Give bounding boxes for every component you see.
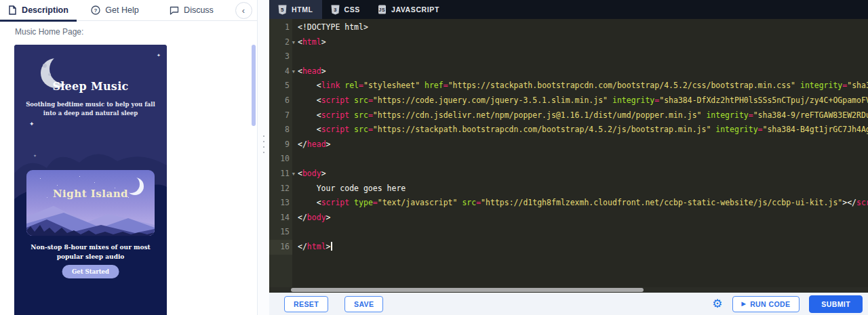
text-cursor — [331, 242, 332, 251]
svg-text:JS: JS — [379, 7, 386, 12]
description-content: Music Home Page: ✦ ✦ ✦ Sleep Music Sooth… — [0, 22, 257, 315]
code-line: 12 Your code goes here — [269, 182, 868, 196]
mountains-graphic — [26, 205, 155, 236]
code-line: 10 — [269, 152, 868, 167]
fold-arrow-icon[interactable]: ▼ — [292, 167, 295, 182]
submit-button[interactable]: SUBMIT — [809, 295, 863, 313]
help-circle-icon: ? — [91, 5, 100, 15]
tab-description-label: Description — [22, 5, 68, 15]
star-sparkle-icon: ✦ — [29, 121, 35, 127]
fold-arrow-icon[interactable]: ▼ — [292, 65, 295, 80]
code-line: 2▼<html> — [269, 35, 868, 50]
code-line: 6 <script src="https://code.jquery.com/j… — [269, 93, 868, 108]
fold-arrow-icon[interactable]: ▼ — [292, 36, 295, 51]
code-line: 8 <script src="https://stackpath.bootstr… — [269, 123, 868, 138]
code-line: 15 — [269, 225, 868, 240]
scrollbar-thumb[interactable] — [291, 288, 644, 292]
tab-html-label: HTML — [292, 5, 313, 14]
description-panel: Description ? Get Help Discuss ‹ Music H… — [0, 0, 258, 315]
code-lines: 1<!DOCTYPE html>2▼<html>34▼<head>5 <link… — [269, 20, 868, 255]
code-line: 14</body> — [269, 211, 868, 226]
code-line: 13 <script type="text/javascript" src="h… — [269, 196, 868, 211]
star-sparkle-icon: ✦ — [157, 53, 161, 58]
svg-text:?: ? — [94, 7, 98, 14]
code-line: 4▼<head> — [269, 64, 868, 79]
preview-hero-title: Sleep Music — [14, 80, 167, 93]
code-editor[interactable]: 1<!DOCTYPE html>2▼<html>34▼<head>5 <link… — [269, 19, 868, 293]
tab-discuss[interactable]: Discuss — [153, 0, 230, 21]
save-button[interactable]: SAVE — [344, 296, 383, 312]
tab-html[interactable]: 5 HTML — [269, 0, 322, 19]
tab-css[interactable]: 3 CSS — [322, 0, 369, 19]
tab-css-label: CSS — [344, 5, 360, 14]
drag-dots-icon — [263, 135, 264, 153]
tab-javascript[interactable]: JS JAVASCRIPT — [369, 0, 448, 19]
chevron-left-icon: ‹ — [242, 5, 245, 16]
svg-text:5: 5 — [281, 7, 284, 13]
left-tabbar: Description ? Get Help Discuss ‹ — [0, 0, 257, 21]
question-title: Music Home Page: — [0, 22, 257, 41]
play-icon: ▶ — [742, 301, 747, 307]
editor-action-bar: RESET SAVE ⚙ ▶ RUN CODE SUBMIT — [269, 293, 868, 315]
code-line: 9</head> — [269, 138, 868, 152]
tab-get-help[interactable]: ? Get Help — [77, 0, 153, 21]
tab-get-help-label: Get Help — [105, 5, 138, 15]
collapse-panel-button[interactable]: ‹ — [230, 2, 257, 19]
code-panel: 5 HTML 3 CSS JS JAVASCRIPT 1<!DOCTYPE ht… — [269, 0, 868, 315]
tab-discuss-label: Discuss — [184, 5, 214, 15]
code-line: 5 <link rel="stylesheet" href="https://s… — [269, 79, 868, 93]
document-icon — [8, 5, 17, 15]
editor-tabbar: 5 HTML 3 CSS JS JAVASCRIPT — [269, 0, 868, 19]
left-panel-scrollbar[interactable] — [252, 45, 256, 126]
js-file-icon: JS — [378, 5, 387, 14]
app-root: Description ? Get Help Discuss ‹ Music H… — [0, 0, 868, 315]
night-island-card-image: Night Island — [26, 170, 155, 236]
run-code-button[interactable]: ▶ RUN CODE — [732, 296, 800, 312]
code-line: 11▼<body> — [269, 167, 868, 182]
html5-shield-icon: 5 — [278, 5, 287, 15]
preview-hero-subtitle: Soothing bedtime music to help you fall … — [22, 100, 159, 118]
chat-bubble-icon — [170, 6, 179, 15]
code-line: 16</html> — [269, 240, 868, 255]
tab-javascript-label: JAVASCRIPT — [391, 5, 439, 14]
reset-button[interactable]: RESET — [284, 296, 328, 312]
tab-description[interactable]: Description — [0, 0, 77, 21]
svg-text:3: 3 — [334, 7, 337, 13]
get-started-button-image: Get Started — [62, 265, 119, 278]
settings-gear-icon[interactable]: ⚙ — [712, 298, 722, 310]
editor-horizontal-scrollbar[interactable] — [269, 287, 868, 293]
code-line: 7 <script src="https://cdn.jsdelivr.net/… — [269, 108, 868, 123]
music-home-preview-image: ✦ ✦ ✦ Sleep Music Soothing bedtime music… — [14, 45, 167, 315]
night-island-description: Non-stop 8-hour mixes of our most popula… — [29, 243, 152, 262]
panel-resize-handle[interactable] — [258, 0, 269, 315]
code-line: 1<!DOCTYPE html> — [269, 20, 868, 35]
css3-shield-icon: 3 — [331, 5, 340, 15]
code-line: 3 — [269, 49, 868, 64]
night-island-title: Night Island — [26, 188, 155, 200]
